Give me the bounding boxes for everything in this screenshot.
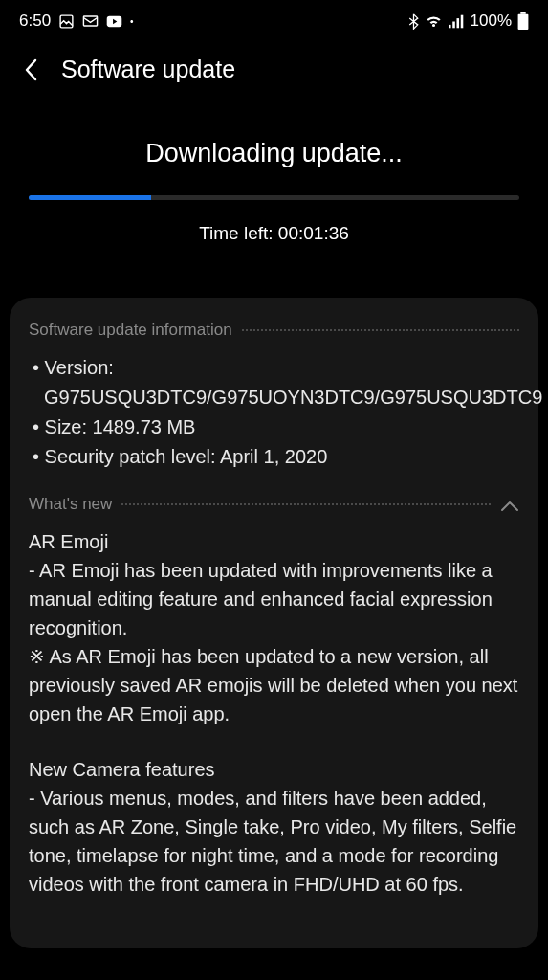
- divider-dotted: [121, 503, 491, 505]
- page-title: Software update: [61, 56, 235, 83]
- feature-note: ※ As AR Emoji has been updated to a new …: [29, 642, 519, 728]
- version-item: • Version: G975USQU3DTC9/G975UOYN3DTC9/G…: [29, 353, 519, 412]
- download-section: Downloading update... Time left: 00:01:3…: [0, 93, 548, 263]
- size-value: 1489.73 MB: [93, 416, 196, 437]
- whats-new-title: What's new: [29, 495, 112, 514]
- image-icon: [58, 13, 75, 30]
- whats-new-content: AR Emoji - AR Emoji has been updated wit…: [29, 527, 519, 899]
- svg-rect-4: [452, 21, 455, 28]
- feature-title: New Camera features: [29, 755, 519, 784]
- play-icon: [106, 15, 122, 28]
- signal-icon: [449, 14, 465, 29]
- feature-desc: - AR Emoji has been updated with improve…: [29, 556, 519, 642]
- download-status-title: Downloading update...: [29, 139, 519, 168]
- svg-rect-7: [520, 12, 525, 14]
- svg-rect-6: [460, 14, 463, 28]
- divider-dotted: [242, 329, 519, 331]
- dot-icon: •: [130, 16, 134, 27]
- feature-title: AR Emoji: [29, 527, 519, 556]
- wifi-icon: [425, 14, 443, 29]
- update-info-header: Software update information: [29, 321, 519, 340]
- page-header: Software update: [0, 38, 548, 93]
- size-item: • Size: 1489.73 MB: [29, 412, 519, 442]
- security-item: • Security patch level: April 1, 2020: [29, 442, 519, 472]
- update-info-card: Software update information • Version: G…: [10, 298, 538, 948]
- time-left: Time left: 00:01:36: [29, 223, 519, 244]
- feature-section-ar-emoji: AR Emoji - AR Emoji has been updated wit…: [29, 527, 519, 728]
- chevron-up-icon: [500, 499, 519, 510]
- back-button[interactable]: [23, 56, 38, 83]
- svg-rect-5: [456, 18, 459, 28]
- version-value: G975USQU3DTC9/G975UOYN3DTC9/G975USQU3DTC…: [44, 387, 542, 408]
- battery-icon: [517, 12, 529, 30]
- feature-desc: - Various menus, modes, and filters have…: [29, 784, 519, 899]
- version-label: Version:: [45, 357, 114, 378]
- status-bar: 6:50 • 100%: [0, 0, 548, 38]
- feature-section-camera: New Camera features - Various menus, mod…: [29, 755, 519, 899]
- security-label: Security patch level:: [45, 446, 216, 467]
- status-right: 100%: [408, 11, 529, 31]
- update-info-list: • Version: G975USQU3DTC9/G975UOYN3DTC9/G…: [29, 353, 519, 472]
- status-time: 6:50: [19, 11, 51, 31]
- progress-fill: [29, 195, 151, 200]
- mail-icon: [82, 14, 99, 28]
- svg-rect-3: [449, 24, 451, 27]
- battery-percent: 100%: [471, 11, 512, 31]
- status-left: 6:50 •: [19, 11, 134, 31]
- security-value: April 1, 2020: [220, 446, 327, 467]
- time-left-label: Time left:: [199, 223, 273, 243]
- svg-rect-8: [518, 14, 529, 30]
- time-left-value: 00:01:36: [278, 223, 349, 243]
- svg-rect-1: [84, 16, 98, 26]
- size-label: Size:: [45, 416, 87, 437]
- progress-bar: [29, 195, 519, 200]
- whats-new-header[interactable]: What's new: [29, 495, 519, 514]
- bluetooth-icon: [408, 13, 419, 30]
- update-info-title: Software update information: [29, 321, 232, 340]
